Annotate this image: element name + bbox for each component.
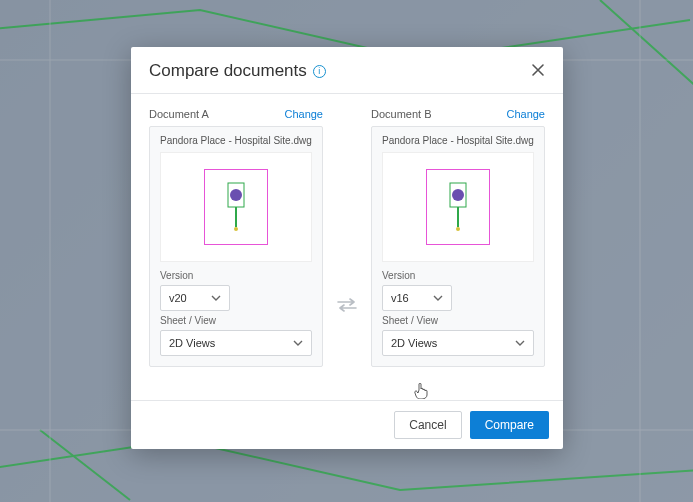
svg-point-2 <box>230 189 242 201</box>
document-b-filename: Pandora Place - Hospital Site.dwg <box>382 135 534 146</box>
swap-icon[interactable] <box>336 298 358 312</box>
compare-button[interactable]: Compare <box>470 411 549 439</box>
dialog-title: Compare documents <box>149 61 307 81</box>
close-icon[interactable] <box>531 63 545 80</box>
sheet-view-label-b: Sheet / View <box>382 315 534 326</box>
dialog-footer: Cancel Compare <box>131 400 563 449</box>
document-a-panel: Document A Change Pandora Place - Hospit… <box>149 108 323 367</box>
chevron-down-icon <box>433 293 443 303</box>
document-a-filename: Pandora Place - Hospital Site.dwg <box>160 135 312 146</box>
version-label-b: Version <box>382 270 534 281</box>
version-label-a: Version <box>160 270 312 281</box>
document-a-label: Document A <box>149 108 209 120</box>
change-document-a-link[interactable]: Change <box>284 108 323 120</box>
compare-documents-dialog: Compare documents i Document A Change Pa… <box>131 47 563 449</box>
svg-point-3 <box>234 227 238 231</box>
document-a-version-select[interactable]: v20 <box>160 285 230 311</box>
dialog-body: Document A Change Pandora Place - Hospit… <box>131 94 563 400</box>
svg-point-6 <box>456 227 460 231</box>
swap-column <box>335 108 359 392</box>
sheet-view-label-a: Sheet / View <box>160 315 312 326</box>
chevron-down-icon <box>293 338 303 348</box>
document-b-panel: Document B Change Pandora Place - Hospit… <box>371 108 545 367</box>
document-b-sheet-view-select[interactable]: 2D Views <box>382 330 534 356</box>
info-icon[interactable]: i <box>313 65 326 78</box>
chevron-down-icon <box>515 338 525 348</box>
document-a-card: Pandora Place - Hospital Site.dwg Versio… <box>149 126 323 367</box>
svg-point-5 <box>452 189 464 201</box>
document-b-card: Pandora Place - Hospital Site.dwg Versio… <box>371 126 545 367</box>
chevron-down-icon <box>211 293 221 303</box>
document-b-version-select[interactable]: v16 <box>382 285 452 311</box>
dialog-header: Compare documents i <box>131 47 563 94</box>
document-b-thumbnail[interactable] <box>382 152 534 262</box>
change-document-b-link[interactable]: Change <box>506 108 545 120</box>
document-a-sheet-view-select[interactable]: 2D Views <box>160 330 312 356</box>
document-a-thumbnail[interactable] <box>160 152 312 262</box>
cancel-button[interactable]: Cancel <box>394 411 461 439</box>
document-b-label: Document B <box>371 108 432 120</box>
